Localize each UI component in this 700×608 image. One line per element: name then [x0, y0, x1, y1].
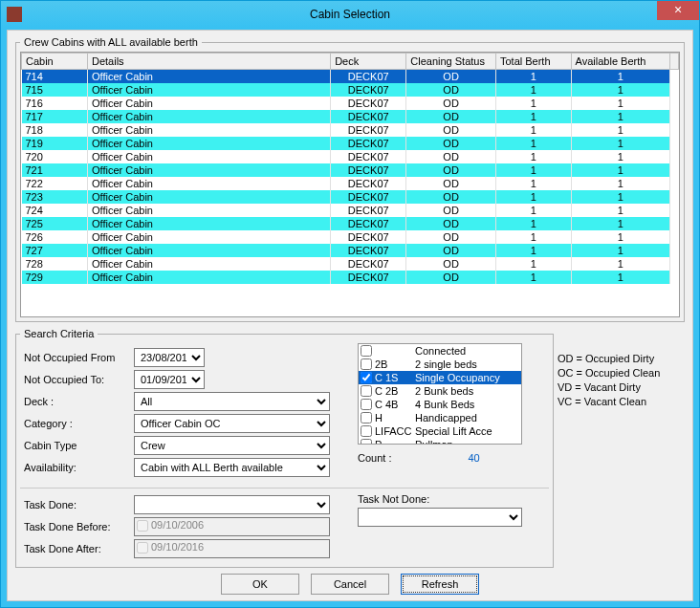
cell-status: OD [406, 123, 496, 137]
option-row[interactable]: C 4B4 Bunk Beds [359, 398, 521, 411]
category-field[interactable]: Officer Cabin OC [134, 414, 330, 433]
cell-avail: 1 [571, 150, 669, 163]
option-label: Pullman [415, 438, 453, 445]
option-checkbox[interactable] [361, 439, 372, 445]
option-row[interactable]: C 1SSingle Occupancy [359, 371, 521, 384]
cabin-type-field[interactable]: Crew [134, 436, 330, 455]
task-not-done-field[interactable] [358, 508, 522, 527]
refresh-button[interactable]: Refresh [401, 574, 479, 595]
col-header[interactable]: Deck [331, 54, 406, 70]
option-label: 4 Bunk Beds [415, 398, 474, 411]
options-list[interactable]: Connected2B2 single bedsC 1SSingle Occup… [358, 343, 522, 445]
titlebar: Cabin Selection × [1, 1, 699, 28]
option-checkbox[interactable] [361, 372, 372, 383]
table-row[interactable]: 727Officer CabinDECK07OD11 [22, 244, 679, 257]
table-row[interactable]: 724Officer CabinDECK07OD11 [22, 204, 679, 217]
cabins-table-wrap[interactable]: CabinDetailsDeckCleaning StatusTotal Ber… [20, 52, 680, 317]
table-row[interactable]: 717Officer CabinDECK07OD11 [22, 110, 679, 123]
label-deck: Deck : [24, 396, 134, 407]
cell-cabin: 728 [22, 257, 88, 271]
cell-deck: DECK07 [331, 257, 406, 271]
cell-status: OD [406, 190, 496, 204]
col-header[interactable]: Cleaning Status [406, 54, 496, 70]
label-count: Count : [358, 452, 391, 464]
option-checkbox[interactable] [361, 412, 372, 423]
cell-details: Officer Cabin [87, 190, 330, 204]
label-task-done-before: Task Done Before: [24, 521, 134, 532]
option-row[interactable]: PPullman [359, 438, 521, 445]
task-done-field[interactable] [134, 495, 330, 514]
col-header[interactable]: Total Berth [495, 54, 571, 70]
cell-details: Officer Cabin [87, 204, 330, 217]
table-row[interactable]: 722Officer CabinDECK07OD11 [22, 177, 679, 190]
option-checkbox[interactable] [361, 385, 372, 397]
option-row[interactable]: Connected [359, 344, 521, 358]
search-criteria-title: Search Criteria [20, 328, 98, 339]
option-checkbox[interactable] [361, 345, 372, 357]
not-occ-from-field[interactable]: 23/08/2015 [134, 348, 205, 367]
cell-avail: 1 [571, 190, 669, 204]
table-row[interactable]: 718Officer CabinDECK07OD11 [22, 123, 679, 137]
option-checkbox[interactable] [361, 399, 372, 410]
cell-deck: DECK07 [331, 123, 406, 137]
task-done-before-field: 09/10/2006 [134, 517, 330, 536]
table-row[interactable]: 728Officer CabinDECK07OD11 [22, 257, 679, 271]
cell-status: OD [406, 271, 496, 284]
label-cabin-type: Cabin Type [24, 440, 134, 451]
table-row[interactable]: 729Officer CabinDECK07OD11 [22, 271, 679, 284]
legend-vd: VD = Vacant Dirty [558, 380, 660, 395]
cell-cabin: 727 [22, 244, 88, 257]
cell-deck: DECK07 [331, 137, 406, 150]
table-row[interactable]: 721Officer CabinDECK07OD11 [22, 163, 679, 177]
cancel-button[interactable]: Cancel [311, 574, 389, 595]
cell-avail: 1 [571, 110, 669, 123]
col-header[interactable]: Cabin [22, 54, 88, 70]
cell-deck: DECK07 [331, 97, 406, 110]
count-value: 40 [468, 452, 479, 464]
cell-deck: DECK07 [331, 271, 406, 284]
cell-details: Officer Cabin [87, 163, 330, 177]
cell-avail: 1 [571, 163, 669, 177]
cell-cabin: 723 [22, 190, 88, 204]
cell-status: OD [406, 230, 496, 244]
option-code: LIFACC [375, 424, 415, 438]
option-checkbox[interactable] [361, 425, 372, 437]
col-header[interactable]: Details [87, 54, 330, 70]
table-row[interactable]: 720Officer CabinDECK07OD11 [22, 150, 679, 163]
cell-cabin: 722 [22, 177, 88, 190]
table-row[interactable]: 714Officer CabinDECK07OD11 [22, 70, 679, 84]
not-occ-to-field[interactable]: 01/09/2015 [134, 370, 205, 389]
cell-status: OD [406, 257, 496, 271]
client-area: Crew Cabins with ALL available berth Cab… [7, 30, 693, 601]
ok-button[interactable]: OK [221, 574, 299, 595]
close-button[interactable]: × [657, 1, 699, 20]
option-row[interactable]: C 2B2 Bunk beds [359, 384, 521, 398]
cell-avail: 1 [571, 257, 669, 271]
cell-cabin: 729 [22, 271, 88, 284]
option-row[interactable]: LIFACCSpecial Lift Acce [359, 424, 521, 438]
table-row[interactable]: 716Officer CabinDECK07OD11 [22, 97, 679, 110]
option-checkbox[interactable] [361, 358, 372, 370]
table-row[interactable]: 723Officer CabinDECK07OD11 [22, 190, 679, 204]
label-not-occ-to: Not Occupied To: [24, 374, 134, 385]
cell-total: 1 [495, 190, 571, 204]
cell-deck: DECK07 [331, 190, 406, 204]
cell-deck: DECK07 [331, 244, 406, 257]
availability-field[interactable]: Cabin with ALL Berth available [134, 458, 330, 477]
cell-cabin: 726 [22, 230, 88, 244]
cell-avail: 1 [571, 123, 669, 137]
option-row[interactable]: HHandicapped [359, 411, 521, 424]
cell-total: 1 [495, 150, 571, 163]
cell-deck: DECK07 [331, 110, 406, 123]
table-row[interactable]: 715Officer CabinDECK07OD11 [22, 83, 679, 97]
col-header[interactable]: Available Berth [571, 54, 669, 70]
deck-field[interactable]: All [134, 392, 330, 411]
table-row[interactable]: 725Officer CabinDECK07OD11 [22, 217, 679, 230]
cell-total: 1 [495, 204, 571, 217]
table-row[interactable]: 726Officer CabinDECK07OD11 [22, 230, 679, 244]
table-row[interactable]: 719Officer CabinDECK07OD11 [22, 137, 679, 150]
cell-total: 1 [495, 230, 571, 244]
cell-avail: 1 [571, 230, 669, 244]
cell-avail: 1 [571, 137, 669, 150]
option-row[interactable]: 2B2 single beds [359, 358, 521, 371]
